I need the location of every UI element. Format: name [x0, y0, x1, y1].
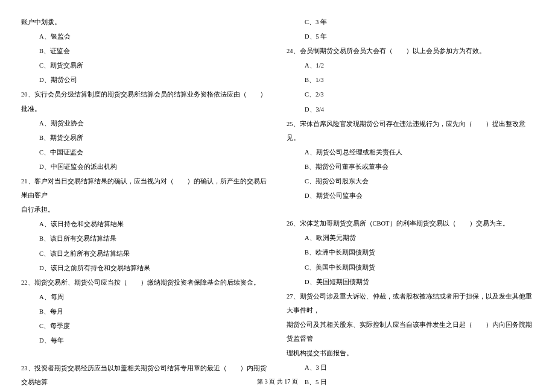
option-line: C、美国中长期国债期货	[287, 261, 534, 274]
option-line: A、每周	[21, 290, 268, 304]
question-line: 22、期货交易所、期货公司应当按（ ）缴纳期货投资者保障基金的后续资金。	[21, 276, 268, 289]
question-line: 21、客户对当日交易结算结果的确认，应当视为对（ ）的确认，所产生的交易后果由客…	[21, 174, 268, 202]
option-line: D、每年	[21, 334, 268, 347]
blank-line	[21, 348, 268, 361]
option-line: C、期货交易所	[21, 58, 268, 72]
option-line: D、期货公司监事会	[287, 189, 534, 203]
option-line: B、欧洲中长期国债期货	[287, 245, 534, 259]
option-line: D、期货公司	[21, 73, 268, 87]
page-content: 账户中划拨。A、银监会B、证监会C、期货交易所D、期货公司20、实行会员分级结算…	[0, 0, 555, 392]
option-line: D、美国短期国债期货	[287, 275, 534, 289]
question-line: 理机构提交书面报告。	[287, 346, 534, 360]
right-column: C、3 年D、5 年24、会员制期货交易所会员大会有（ ）以上会员参加方为有效。…	[287, 15, 534, 392]
option-line: C、3 年	[287, 15, 534, 29]
option-line: B、每月	[21, 305, 268, 318]
option-line: D、中国证监会的派出机构	[21, 160, 268, 174]
option-line: B、该日所有交易结算结果	[21, 232, 268, 245]
question-line: 26、宋体芝加哥期货交易所（CBOT）的利率期货交易以（ ）交易为主。	[287, 217, 534, 230]
option-line: B、期货交易所	[21, 131, 268, 145]
option-line: C、7 日	[287, 390, 534, 392]
question-line: 期货公司及其相关股东、实际控制人应当自该事件发生之日起（ ）内向国务院期货监督管	[287, 318, 534, 346]
option-line: A、该日持仓和交易结算结果	[21, 217, 268, 231]
question-line: 27、期货公司涉及重大诉讼、仲裁，或者股权被冻结或者用于担保，以及发生其他重大事…	[287, 289, 534, 317]
option-line: A、期货公司总经理或相关责任人	[287, 145, 534, 159]
option-line: A、1/2	[287, 58, 534, 72]
option-line: B、证监会	[21, 44, 268, 58]
option-line: C、中国证监会	[21, 145, 268, 159]
option-line: C、每季度	[21, 319, 268, 333]
question-line: 24、会员制期货交易所会员大会有（ ）以上会员参加方为有效。	[287, 44, 534, 58]
question-line: 20、实行会员分级结算制度的期货交易所结算会员的结算业务资格依法应由（ ）批准。	[21, 87, 268, 115]
blank-line	[287, 203, 534, 217]
option-line: B、期货公司董事长或董事会	[287, 160, 534, 174]
option-line: B、1/3	[287, 73, 534, 87]
option-line: C、该日之前所有交易结算结果	[21, 247, 268, 261]
option-line: C、期货公司股东大会	[287, 174, 534, 188]
option-line: C、2/3	[287, 87, 534, 101]
question-line: 单作为证明。	[21, 390, 268, 392]
option-line: D、5 年	[287, 30, 534, 43]
option-line: A、银监会	[21, 30, 268, 43]
option-line: A、欧洲美元期货	[287, 231, 534, 245]
option-line: D、3/4	[287, 103, 534, 116]
left-column: 账户中划拨。A、银监会B、证监会C、期货交易所D、期货公司20、实行会员分级结算…	[21, 15, 268, 392]
option-line: A、3 日	[287, 361, 534, 375]
question-line: 账户中划拨。	[21, 15, 268, 29]
option-line: D、该日之前所有持仓和交易结算结果	[21, 261, 268, 275]
option-line: A、期货业协会	[21, 116, 268, 130]
question-line: 自行承担。	[21, 203, 268, 217]
page-footer: 第 3 页 共 17 页	[0, 378, 555, 386]
question-line: 25、宋体首席风险官发现期货公司存在违法违规行为，应先向（ ）提出整改意见。	[287, 117, 534, 145]
